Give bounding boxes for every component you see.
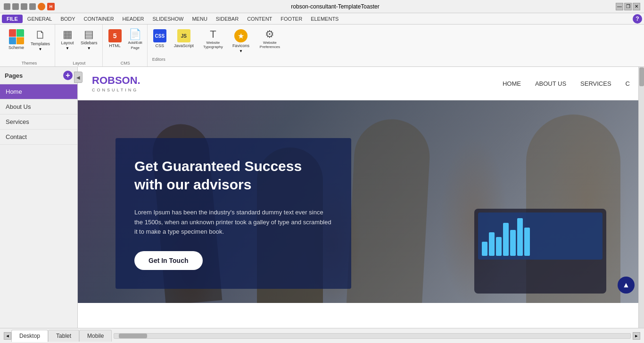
menu-bar: FILE GENERAL BODY CONTAINER HEADER SLIDE… xyxy=(0,13,644,24)
html-label: HTML xyxy=(109,43,121,48)
app-icon-4 xyxy=(29,3,36,10)
tab-mobile[interactable]: Mobile xyxy=(79,330,112,342)
menu-file[interactable]: FILE xyxy=(2,15,23,23)
nav-link-home[interactable]: HOME xyxy=(503,80,521,87)
window-controls: — ❐ ✕ xyxy=(616,3,640,10)
window-title: robson-consultant-TemplateToaster xyxy=(291,3,379,10)
app-icon-firefox xyxy=(38,3,45,10)
fav-icon: ★ xyxy=(234,29,248,42)
app-icon-3 xyxy=(21,3,27,10)
html-button[interactable]: 5 HTML xyxy=(106,27,124,50)
h-scrollbar-thumb[interactable] xyxy=(119,334,147,338)
scrollbar-thumb[interactable] xyxy=(639,67,644,86)
fav-label: Favicons xyxy=(232,43,249,48)
scheme-button[interactable]: Scheme xyxy=(6,27,27,52)
scroll-up-button[interactable]: ▲ xyxy=(618,277,635,294)
close-button[interactable]: ✕ xyxy=(633,3,640,10)
hero-section: Get Guaranteed Success with our advisors… xyxy=(78,100,644,303)
help-button[interactable]: ? xyxy=(633,14,642,24)
menu-sidebar[interactable]: SIDEBAR xyxy=(212,15,242,23)
menu-content[interactable]: CONTENT xyxy=(243,15,276,23)
themes-group-label: Themes xyxy=(22,60,37,65)
horizontal-scrollbar[interactable] xyxy=(114,333,631,339)
vertical-scrollbar[interactable] xyxy=(638,67,644,328)
title-bar-left: H xyxy=(4,3,55,10)
bar-2 xyxy=(489,232,495,256)
cms-group-label: CMS xyxy=(121,60,130,65)
sidebar-collapse-button[interactable]: ◀ xyxy=(74,72,83,83)
sidebar-item-services[interactable]: Services xyxy=(0,114,77,130)
ribbon-layout-row: ▦ Layout ▼ ▤ Sidebars ▼ xyxy=(58,27,100,52)
app-icon-2 xyxy=(12,3,19,10)
site-logo-block: ROBSON. CONSULTING xyxy=(92,74,140,92)
preferences-button[interactable]: ⚙ Website Preferences xyxy=(254,27,286,55)
minimize-button[interactable]: — xyxy=(616,3,623,10)
editors-group-label: Editors xyxy=(150,56,165,62)
add-edit-label: Add/Edit xyxy=(128,41,142,45)
add-page-button[interactable]: + xyxy=(63,71,73,80)
site-nav: ROBSON. CONSULTING HOME ABOUT US SERVICE… xyxy=(78,67,644,100)
menu-general[interactable]: GENERAL xyxy=(24,15,56,23)
hero-overlay: Get Guaranteed Success with our advisors… xyxy=(116,138,351,289)
bar-4 xyxy=(503,223,509,256)
tab-tablet[interactable]: Tablet xyxy=(48,330,79,342)
templates-arrow: ▼ xyxy=(39,47,42,51)
logo-subtitle: CONSULTING xyxy=(92,88,140,92)
typography-button[interactable]: T Website Typography xyxy=(198,27,228,55)
ribbon-themes-row: Scheme 🗋 Templates ▼ xyxy=(6,27,53,53)
scroll-right-arrow[interactable]: ► xyxy=(633,332,640,340)
pref-icon: ⚙ xyxy=(265,29,274,40)
scheme-label: Scheme xyxy=(8,45,24,50)
sidebars-button[interactable]: ▤ Sidebars ▼ xyxy=(78,27,100,52)
typography-label: Website Typography xyxy=(201,41,225,49)
menu-menu[interactable]: MENU xyxy=(188,15,211,23)
js-label: JavaScript xyxy=(174,43,194,48)
pages-title: Pages xyxy=(5,72,23,79)
tab-desktop[interactable]: Desktop xyxy=(11,330,48,342)
preview-frame: ROBSON. CONSULTING HOME ABOUT US SERVICE… xyxy=(78,67,644,328)
hero-description: Lorem Ipsum has been the industry's stan… xyxy=(134,208,332,237)
ribbon-group-editors: CSS CSS JS JavaScript T Website Typograp… xyxy=(149,24,288,66)
sidebars-arrow: ▼ xyxy=(87,46,91,50)
templates-button[interactable]: 🗋 Templates ▼ xyxy=(28,27,53,53)
menu-container[interactable]: CONTAINER xyxy=(80,15,118,23)
menu-body[interactable]: BODY xyxy=(57,15,79,23)
nav-link-services[interactable]: SERVICES xyxy=(580,80,611,87)
add-edit-button[interactable]: 📄 Add/Edit Page xyxy=(125,27,145,52)
menu-elements[interactable]: ELEMENTS xyxy=(307,15,342,23)
logo-name: ROBSON xyxy=(92,74,138,86)
ribbon-group-cms: 5 HTML 📄 Add/Edit Page CMS xyxy=(104,24,148,66)
js-icon: JS xyxy=(177,29,190,42)
css-icon: CSS xyxy=(153,29,166,42)
typography-icon: T xyxy=(210,29,216,40)
layout-button[interactable]: ▦ Layout ▼ xyxy=(58,27,77,52)
scroll-left-arrow[interactable]: ◄ xyxy=(4,332,11,340)
site-logo: ROBSON. xyxy=(92,74,140,87)
hero-title: Get Guaranteed Success with our advisors xyxy=(134,157,332,194)
nav-link-about[interactable]: ABOUT US xyxy=(535,80,566,87)
javascript-button[interactable]: JS JavaScript xyxy=(171,27,197,55)
restore-button[interactable]: ❐ xyxy=(624,3,632,10)
bottom-bar: ◄ Desktop Tablet Mobile ► xyxy=(0,328,644,343)
css-label: CSS xyxy=(156,43,165,48)
sidebar-item-about[interactable]: About Us xyxy=(0,99,77,114)
sidebar-header: Pages + xyxy=(0,67,77,84)
bar-5 xyxy=(510,230,516,256)
sidebar-item-contact[interactable]: Contact xyxy=(0,130,77,145)
sidebar-item-home[interactable]: Home xyxy=(0,84,77,99)
add-edit-icon: 📄 xyxy=(129,29,141,40)
menu-header[interactable]: HEADER xyxy=(119,15,148,23)
menu-footer[interactable]: FOOTER xyxy=(277,15,306,23)
nav-link-more[interactable]: C xyxy=(626,80,630,87)
pages-sidebar: Pages + Home About Us Services Contact xyxy=(0,67,78,328)
favicons-button[interactable]: ★ Favicons ▼ xyxy=(230,27,252,55)
layout-group-label: Layout xyxy=(73,60,85,65)
css-button[interactable]: CSS CSS xyxy=(150,27,169,55)
title-bar: H robson-consultant-TemplateToaster — ❐ … xyxy=(0,0,644,13)
h-scrollbar-track xyxy=(114,334,630,338)
bar-6 xyxy=(517,218,523,256)
menu-slideshow[interactable]: SLIDESHOW xyxy=(149,15,187,23)
hero-cta-button[interactable]: Get In Touch xyxy=(134,251,203,270)
ribbon: Scheme 🗋 Templates ▼ Themes ▦ Layout ▼ ▤… xyxy=(0,24,644,67)
canvas-area: ROBSON. CONSULTING HOME ABOUT US SERVICE… xyxy=(78,67,644,328)
